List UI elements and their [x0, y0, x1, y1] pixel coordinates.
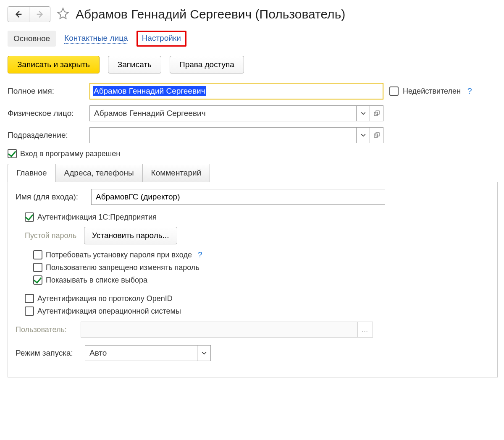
open-icon — [374, 110, 380, 116]
person-input[interactable]: Абрамов Геннадий Сергеевич — [89, 105, 383, 121]
require-password-label: Потребовать установку пароля при входе — [46, 251, 192, 259]
auth-os-checkbox[interactable] — [25, 306, 34, 316]
show-in-list-checkbox[interactable] — [33, 275, 42, 285]
start-mode-label: Режим запуска: — [16, 348, 85, 358]
full-name-label: Полное имя: — [8, 86, 89, 96]
auth-openid-label: Аутентификация по протоколу OpenID — [37, 294, 173, 303]
open-icon — [374, 132, 380, 138]
department-open-button[interactable] — [370, 128, 383, 143]
require-password-checkbox[interactable] — [33, 250, 42, 259]
set-password-button[interactable]: Установить пароль... — [84, 227, 177, 244]
subtabs: Главное Адреса, телефоны Комментарий — [8, 163, 498, 182]
auth-openid-checkbox[interactable] — [25, 294, 34, 303]
main-tab-settings-highlight: Настройки — [136, 31, 186, 47]
access-rights-button[interactable]: Права доступа — [170, 56, 244, 73]
invalid-help-icon[interactable]: ? — [467, 86, 472, 96]
main-tab-settings[interactable]: Настройки — [142, 34, 181, 43]
subtab-addresses[interactable]: Адреса, телефоны — [56, 164, 143, 182]
page-title: Абрамов Геннадий Сергеевич (Пользователь… — [76, 7, 345, 21]
arrow-left-icon — [14, 10, 23, 19]
subtab-comment[interactable]: Комментарий — [143, 164, 210, 182]
department-value — [90, 128, 356, 143]
no-change-password-checkbox[interactable] — [33, 263, 42, 272]
login-allowed-label: Вход в программу разрешен — [20, 149, 120, 158]
chevron-down-icon — [360, 110, 366, 116]
os-user-input[interactable] — [81, 322, 358, 338]
login-name-input[interactable] — [91, 189, 385, 205]
subtab-main[interactable]: Главное — [8, 164, 56, 182]
chevron-down-icon — [201, 350, 207, 356]
login-allowed-checkbox[interactable] — [8, 149, 17, 158]
invalid-label: Недействителен — [403, 87, 461, 96]
auth-1c-label: Аутентификация 1С:Предприятия — [37, 213, 157, 222]
auth-os-label: Аутентификация операционной системы — [37, 307, 181, 316]
department-dropdown-button[interactable] — [356, 128, 370, 143]
show-in-list-label: Показывать в списке выбора — [46, 276, 147, 285]
login-name-label: Имя (для входа): — [16, 192, 91, 202]
chevron-down-icon — [360, 132, 366, 138]
os-user-browse-button[interactable]: … — [358, 322, 373, 338]
nav-back-button[interactable] — [8, 7, 29, 22]
department-input[interactable] — [89, 127, 383, 143]
person-value: Абрамов Геннадий Сергеевич — [90, 106, 356, 121]
ellipsis-icon: … — [358, 326, 373, 333]
require-password-help-icon[interactable]: ? — [198, 250, 202, 259]
invalid-checkbox[interactable] — [389, 86, 399, 96]
os-user-label: Пользователь: — [16, 325, 81, 334]
start-mode-dropdown-button[interactable] — [197, 346, 210, 361]
main-tab-main[interactable]: Основное — [8, 31, 56, 47]
person-open-button[interactable] — [370, 106, 383, 121]
full-name-input[interactable]: Абрамов Геннадий Сергеевич — [89, 83, 383, 100]
nav-forward-button[interactable] — [29, 7, 50, 22]
no-change-password-label: Пользователю запрещено изменять пароль — [46, 263, 200, 272]
save-close-button[interactable]: Записать и закрыть — [8, 56, 100, 73]
person-label: Физическое лицо: — [8, 109, 89, 118]
start-mode-value: Авто — [85, 346, 197, 361]
arrow-right-icon — [35, 10, 45, 19]
nav-buttons — [8, 6, 50, 22]
start-mode-select[interactable]: Авто — [85, 345, 211, 361]
full-name-value: Абрамов Геннадий Сергеевич — [93, 86, 206, 96]
auth-1c-checkbox[interactable] — [25, 212, 34, 222]
person-dropdown-button[interactable] — [356, 106, 370, 121]
department-label: Подразделение: — [8, 131, 89, 140]
main-tab-contacts[interactable]: Контактные лица — [64, 34, 128, 44]
save-button[interactable]: Записать — [108, 56, 161, 73]
favorite-star-icon[interactable] — [57, 7, 69, 22]
subtab-panel: Имя (для входа): Аутентификация 1С:Предп… — [8, 182, 498, 377]
empty-password-label: Пустой пароль — [25, 231, 76, 240]
